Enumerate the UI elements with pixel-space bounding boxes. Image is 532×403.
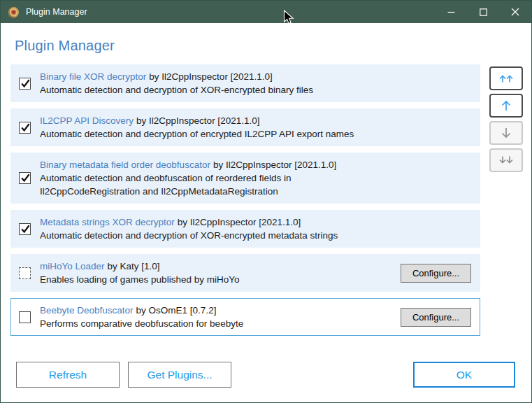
plugin-name-link[interactable]: Binary metadata field order deobfuscator — [40, 160, 210, 170]
plugin-checkbox[interactable] — [19, 78, 31, 90]
configure-button[interactable]: Configure... — [401, 308, 471, 327]
plugin-row[interactable]: Binary metadata field order deobfuscator… — [10, 153, 480, 204]
down-arrow-icon — [498, 126, 514, 140]
close-button[interactable] — [499, 1, 531, 23]
plugin-row[interactable]: Binary file XOR decryptorby Il2CppInspec… — [10, 64, 480, 102]
plugin-byline: by OsOmE1 [0.7.2] — [136, 305, 217, 316]
plugin-name-link[interactable]: Metadata strings XOR decryptor — [40, 217, 175, 227]
plugin-row[interactable]: IL2CPP API Discoveryby Il2CppInspector [… — [10, 108, 480, 146]
checkmark-icon — [20, 78, 31, 90]
maximize-button[interactable] — [467, 1, 499, 23]
plugin-checkbox[interactable] — [19, 172, 31, 184]
plugin-name-link[interactable]: Binary file XOR decryptor — [40, 71, 146, 82]
checkmark-icon — [20, 122, 31, 134]
plugin-checkbox[interactable] — [19, 267, 31, 279]
page-title: Plugin Manager — [15, 38, 531, 54]
plugin-checkbox[interactable] — [19, 311, 31, 323]
plugin-description: Automatic detection and decryption of XO… — [40, 229, 471, 242]
configure-button[interactable]: Configure... — [401, 264, 471, 283]
maximize-icon — [480, 8, 487, 16]
move-to-top-button[interactable] — [489, 66, 523, 90]
plugin-row[interactable]: Beebyte Deobfuscatorby OsOmE1 [0.7.2] Pe… — [10, 298, 480, 336]
plugin-name-link[interactable]: miHoYo Loader — [40, 261, 105, 271]
plugin-row[interactable]: miHoYo Loaderby Katy [1.0] Enables loadi… — [10, 254, 480, 292]
move-up-button[interactable] — [489, 94, 523, 118]
plugin-description: Automatic detection and decryption of XO… — [40, 83, 471, 97]
refresh-button[interactable]: Refresh — [16, 362, 120, 388]
checkmark-icon — [20, 172, 31, 184]
double-down-arrow-icon — [498, 153, 514, 167]
plugin-checkbox[interactable] — [19, 223, 31, 235]
minimize-button[interactable] — [435, 1, 467, 23]
plugin-name-link[interactable]: IL2CPP API Discovery — [40, 115, 134, 126]
reorder-buttons — [489, 66, 523, 172]
ok-button[interactable]: OK — [413, 362, 515, 388]
move-to-bottom-button — [489, 148, 523, 172]
plugin-byline: by Il2CppInspector [2021.1.0] — [149, 71, 272, 82]
plugin-name-link[interactable]: Beebyte Deobfuscator — [40, 305, 134, 316]
plugin-description: Automatic detection and deobfuscation of… — [40, 171, 471, 198]
plugin-byline: by Il2CppInspector [2021.1.0] — [178, 217, 301, 227]
plugin-byline: by Il2CppInspector [2021.1.0] — [136, 115, 259, 126]
move-down-button — [489, 121, 523, 145]
titlebar: Plugin Manager — [1, 1, 531, 23]
close-icon — [511, 8, 519, 16]
plugin-manager-window: Plugin Manager Plugin Manager Binary fil… — [0, 0, 532, 403]
rose-app-icon — [8, 6, 20, 18]
get-plugins-button[interactable]: Get Plugins... — [128, 362, 231, 388]
minimize-icon — [447, 8, 455, 16]
plugin-list: Binary file XOR decryptorby Il2CppInspec… — [10, 64, 480, 336]
plugin-checkbox[interactable] — [19, 122, 31, 134]
plugin-description: Performs comparative deobfuscation for b… — [40, 317, 392, 330]
plugin-description: Automatic detection and decryption of en… — [40, 127, 471, 141]
plugin-description: Enables loading of games published by mi… — [40, 273, 392, 286]
window-title: Plugin Manager — [26, 7, 435, 17]
plugin-byline: by Il2CppInspector [2021.1.0] — [213, 160, 336, 170]
double-up-arrow-icon — [498, 71, 514, 85]
plugin-byline: by Katy [1.0] — [108, 261, 160, 271]
up-arrow-icon — [498, 99, 514, 113]
checkmark-icon — [20, 223, 31, 235]
plugin-row[interactable]: Metadata strings XOR decryptorby Il2CppI… — [10, 210, 480, 248]
